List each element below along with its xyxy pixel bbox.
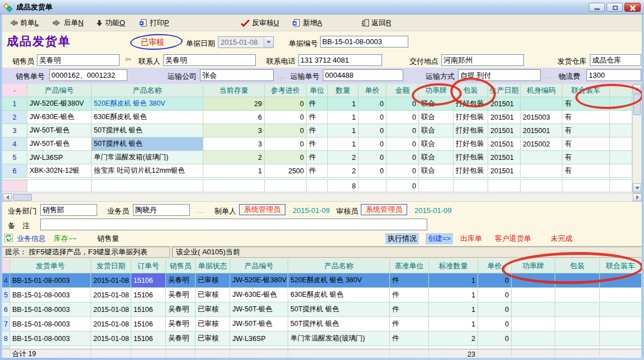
column-header[interactable]: 参考进价 (265, 84, 307, 97)
scroll-down-icon[interactable] (633, 183, 641, 192)
trans-no-input[interactable] (323, 69, 403, 81)
grid-cell[interactable]: XBK-302N-12银 (27, 164, 92, 178)
grid-cell[interactable]: 件 (307, 111, 328, 124)
agent-input[interactable] (133, 204, 190, 216)
grid-cell[interactable]: 0 (265, 151, 307, 164)
grid-cell[interactable]: 201501 (488, 124, 521, 138)
grid-cell[interactable]: JW-520E-银380V (230, 273, 288, 288)
grid-cell[interactable]: 201501 (488, 111, 521, 124)
link-outbound[interactable]: 出库单 (460, 234, 482, 244)
remark-input[interactable] (40, 219, 427, 230)
grid-cell[interactable]: 50T搅拌机 银色 (92, 124, 203, 138)
grid-cell[interactable]: 有 (562, 151, 610, 164)
grid-cell[interactable]: 件 (390, 302, 429, 317)
items-hscrollbar[interactable] (2, 193, 642, 202)
grid-cell[interactable]: 已审核 (195, 273, 230, 288)
tab-exec-status[interactable]: 执行情况 (385, 233, 419, 244)
grid-cell[interactable]: 0 (478, 302, 512, 317)
grid-cell[interactable]: 0 (359, 124, 387, 138)
row-number[interactable]: 4 (2, 138, 27, 151)
grid-cell[interactable] (512, 273, 555, 288)
column-header[interactable]: 单价 (359, 84, 387, 97)
trans-co-ellipsis-button[interactable]: ... (278, 72, 285, 80)
grid-cell[interactable]: 2015003 (521, 111, 562, 124)
column-header[interactable]: 订单号 (131, 259, 166, 273)
grid-cell[interactable]: BB-15-01-08-0003 (10, 317, 91, 331)
grid-cell[interactable] (521, 97, 562, 111)
grid-cell[interactable]: JW-50T-银色 (27, 124, 92, 138)
trans-mode-ellipsis-button[interactable]: ... (545, 72, 553, 80)
grid-cell[interactable]: 有 (562, 138, 610, 151)
grid-cell[interactable] (512, 288, 555, 302)
phone-input[interactable] (298, 54, 382, 66)
column-header[interactable]: 单位 (307, 84, 328, 97)
grid-cell[interactable]: 15106 (131, 273, 166, 288)
grid-cell[interactable]: 件 (307, 138, 328, 151)
grid-cell[interactable]: 50T搅拌机 银色 (288, 317, 390, 331)
doc-no-input[interactable] (320, 36, 408, 48)
grid-cell[interactable]: JW-50T-银色 (230, 317, 288, 331)
grid-cell[interactable]: 2015-01-08 (91, 288, 131, 302)
column-header[interactable]: 当前存量 (203, 84, 265, 97)
return-button[interactable]: 返回R (357, 16, 394, 30)
table-row[interactable]: 7BB-15-01-08-00032015-01-0815106吴春明已审核JW… (2, 317, 642, 331)
grid-cell[interactable] (512, 331, 555, 346)
table-row[interactable]: 3JW-50T-银色50T搅拌机 银色30件100联合打好包装201501201… (2, 124, 632, 138)
grid-cell[interactable]: JW-L36SP (230, 331, 288, 346)
grid-cell[interactable]: 2015-01-08 (91, 331, 131, 346)
grid-cell[interactable]: 已审核 (195, 331, 230, 346)
column-header[interactable]: 包装 (454, 84, 488, 97)
grid-cell[interactable]: 联合 (419, 138, 454, 151)
grid-cell[interactable] (610, 151, 632, 164)
grid-cell[interactable]: 2 (429, 331, 478, 346)
grid-cell[interactable]: BB-15-01-08-0003 (10, 288, 91, 302)
column-header[interactable]: 联合装车 (562, 84, 610, 97)
logistics-input[interactable] (586, 69, 641, 81)
grid-cell[interactable]: 徐宝库 吐司切片机12mm银色 (92, 164, 203, 178)
grid-cell[interactable]: 0 (387, 151, 419, 164)
grid-cell[interactable]: 2015001 (521, 124, 562, 138)
grid-cell[interactable]: 0 (478, 288, 512, 302)
grid-cell[interactable]: 1 (328, 124, 359, 138)
grid-cell[interactable]: BB-15-01-08-0003 (10, 331, 91, 346)
grid-cell[interactable] (600, 288, 642, 302)
trans-co-input[interactable] (200, 69, 274, 81)
grid-cell[interactable]: 0 (387, 124, 419, 138)
grid-cell[interactable]: 3 (203, 138, 265, 151)
grid-cell[interactable]: 0 (359, 164, 387, 178)
grid-cell[interactable]: 有 (562, 124, 610, 138)
refresh-icon[interactable] (4, 234, 13, 242)
grid-cell[interactable]: 2500 (265, 164, 307, 178)
grid-cell[interactable]: 吴春明 (166, 288, 195, 302)
row-number[interactable]: 1 (2, 97, 27, 111)
grid-cell[interactable]: 吴春明 (166, 331, 195, 346)
minimize-button[interactable] (589, 3, 605, 12)
grid-cell[interactable]: 件 (307, 97, 328, 111)
column-header[interactable]: 联合装车 (600, 259, 642, 273)
grid-cell[interactable]: 有 (562, 97, 610, 111)
grid-cell[interactable] (610, 97, 632, 111)
grid-cell[interactable]: 0 (359, 97, 387, 111)
grid-cell[interactable]: 0 (478, 273, 512, 288)
grid-cell[interactable]: 0 (478, 331, 512, 346)
row-number[interactable]: 6 (2, 164, 27, 178)
table-row[interactable]: 6BB-15-01-08-00032015-01-0815106吴春明已审核JW… (2, 302, 642, 317)
grid-cell[interactable]: 2015-01-08 (91, 273, 131, 288)
tab-stock[interactable]: 库存~~ (54, 234, 77, 244)
grid-cell[interactable]: 2015002 (521, 138, 562, 151)
table-row[interactable]: 5BB-15-01-08-00032015-01-0815106吴春明已审核JW… (2, 288, 642, 302)
grid-cell[interactable]: 0 (387, 97, 419, 111)
grid-cell[interactable]: 0 (359, 111, 387, 124)
grid-cell[interactable]: JW-630E-银色 (27, 111, 92, 124)
row-number[interactable]: 2 (2, 111, 27, 124)
close-button[interactable] (624, 3, 641, 12)
row-number[interactable]: 5 (2, 288, 10, 302)
grid-cell[interactable]: 打好包装 (454, 111, 488, 124)
grid-cell[interactable]: 1 (429, 273, 478, 288)
grid-cell[interactable]: 单门常温醒发箱(玻璃门) (92, 151, 203, 164)
vscroll-thumb[interactable] (633, 94, 641, 115)
grid-cell[interactable]: 1 (328, 111, 359, 124)
grid-cell[interactable]: BB-15-01-08-0003 (10, 302, 91, 317)
grid-cell[interactable]: 1 (328, 97, 359, 111)
column-header[interactable]: 功率牌 (512, 259, 555, 273)
